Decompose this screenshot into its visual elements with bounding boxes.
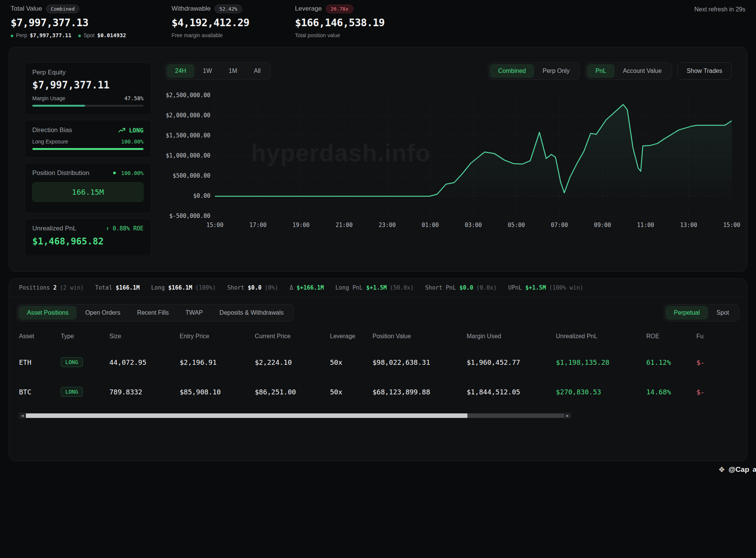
positions-tabs-row: Asset PositionsOpen OrdersRecent FillsTW… [9,297,747,325]
mode-tab-perp-only[interactable]: Perp Only [534,64,578,78]
cell-entry: $2,196.91 [180,358,255,366]
chart-column: 24H1W1MAll CombinedPerp Only PnLAccount … [165,62,732,256]
unrealized-pnl-label: Unrealized PnL [32,225,76,232]
scroll-right-arrow-icon[interactable]: ▶ [564,413,571,419]
refresh-countdown: Next refresh in 29s [694,4,745,13]
chart-y-axis: $2,500,000.00$2,000,000.00$1,500,000.00$… [165,96,215,216]
chart-controls: 24H1W1MAll CombinedPerp Only PnLAccount … [165,62,732,80]
column-header-asset: Asset [19,333,61,340]
tab-deposits-withdrawals[interactable]: Deposits & Withdrawals [211,306,292,320]
top-header: Total Value Combined $7,997,377.13 Perp$… [0,0,756,38]
scrollbar-thumb[interactable] [26,413,467,418]
cell-type: LONG [61,357,109,367]
margin-usage-bar [32,105,144,107]
x-axis-tick: 09:00 [594,222,611,229]
range-tab-24h[interactable]: 24H [167,64,194,78]
y-axis-tick: $1,500,000.00 [166,132,210,139]
withdrawable-block: Withdrawable 52.42% $4,192,412.29 Free m… [172,4,249,38]
cell-current: $2,224.10 [255,358,330,366]
summary-item: Positions2(2 win) [19,284,84,291]
margin-usage-bar-fill [32,105,85,107]
position-row-eth[interactable]: ETHLONG44,072.95$2,196.91$2,224.1050x$98… [19,347,737,377]
cell-leverage: 50x [330,388,372,396]
chart-panel: Perp Equity $7,997,377.11 Margin Usage 4… [9,47,747,272]
leverage-block: Leverage 20.78x $166,146,538.19 Total po… [295,4,385,38]
x-axis-tick: 13:00 [680,222,697,229]
cell-margin_used: $1,960,452.77 [467,358,556,366]
metric-tabs: PnLAccount Value [585,62,672,80]
column-header-fu: Fu [696,333,719,340]
leverage-sub: Total position value [295,32,340,38]
column-header-unrealized-pnl: Unrealized PnL [556,333,646,340]
column-header-current-price: Current Price [255,333,330,340]
x-axis-tick: 21:00 [336,222,353,229]
cell-size: 789.8332 [109,388,180,396]
range-tab-1m[interactable]: 1M [220,64,245,78]
x-axis-tick: 03:00 [465,222,482,229]
equity-cards-column: Perp Equity $7,997,377.11 Margin Usage 4… [24,62,152,256]
positions-table-header: AssetTypeSizeEntry PriceCurrent PriceLev… [19,325,737,347]
scrollbar-track[interactable] [26,413,564,418]
cell-entry: $85,908.10 [180,388,255,396]
summary-item: Short$0.0(0%) [227,284,278,291]
y-axis-tick: $1,000,000.00 [166,152,210,159]
tab-asset-positions[interactable]: Asset Positions [19,306,77,320]
footer-watermark: ❖ @Cap a [0,465,756,474]
metric-tab-account-value[interactable]: Account Value [615,64,670,78]
arrow-up-icon: ↑ [106,225,113,232]
mode-tab-combined[interactable]: Combined [490,64,534,78]
perp-equity-label: Perp Equity [32,69,144,76]
range-tab-1w[interactable]: 1W [194,64,220,78]
market-tab-spot[interactable]: Spot [708,306,737,320]
unrealized-pnl-card: Unrealized PnL ↑ 0.88% ROE $1,468,965.82 [24,218,152,256]
column-header-roe: ROE [646,333,696,340]
summary-item: Long$166.1M(100%) [151,284,216,291]
cell-asset: ETH [19,358,61,366]
market-tab-perpetual[interactable]: Perpetual [666,306,709,320]
scroll-left-arrow-icon[interactable]: ◀ [19,413,26,419]
total-value-block: Total Value Combined $7,997,377.13 Perp$… [11,4,126,38]
long-exposure-bar [32,148,144,150]
x-axis-tick: 07:00 [551,222,568,229]
tab-recent-fills[interactable]: Recent Fills [129,306,177,320]
total-value: $7,997,377.13 [11,17,126,28]
show-trades-button[interactable]: Show Trades [677,62,732,80]
long-exposure-bar-fill [32,148,144,150]
long-exposure-value: 100.00% [121,139,144,145]
tab-twap[interactable]: TWAP [177,306,211,320]
range-tab-all[interactable]: All [246,64,269,78]
market-toggle: PerpetualSpot [664,304,739,322]
cell-current: $86,251.00 [255,388,330,396]
time-range-tabs: 24H1W1MAll [165,62,271,80]
position-distribution-value: 166.15M [32,182,144,202]
x-axis-tick: 01:00 [422,222,439,229]
direction-bias-value: LONG [129,127,144,134]
perp-equity-card: Perp Equity $7,997,377.11 Margin Usage 4… [24,62,152,115]
tab-open-orders[interactable]: Open Orders [77,306,128,320]
summary-item: Short PnL$0.0(0.0x) [425,284,497,291]
margin-usage-value: 47.58% [124,95,144,101]
column-header-size: Size [109,333,180,340]
horizontal-scrollbar[interactable]: ◀ ▶ [19,413,571,419]
cell-margin_used: $1,844,512.05 [467,388,556,396]
metric-tab-pnl[interactable]: PnL [587,64,614,78]
leverage-label: Leverage [295,5,322,13]
perp-dot-icon [11,35,13,37]
cell-funding: $- [696,388,719,396]
pnl-line-chart [215,96,732,216]
chart-x-axis: 15:0017:0019:0021:0023:0001:0003:0005:00… [215,222,732,235]
unrealized-pnl-roe: ↑ 0.88% ROE [106,225,144,232]
x-axis-tick: 11:00 [637,222,654,229]
withdrawable-label: Withdrawable [172,5,211,13]
x-axis-tick: 17:00 [249,222,267,229]
column-header-position-value: Position Value [372,333,467,340]
position-row-btc[interactable]: BTCLONG789.8332$85,908.10$86,251.0050x$6… [19,377,737,407]
position-distribution-pct: 100.00% [113,170,144,176]
x-axis-tick: 15:00 [723,222,740,229]
positions-panel: Positions2(2 win)Total$166.1MLong$166.1M… [9,278,747,461]
spot-dot-icon [78,35,81,37]
long-badge: LONG [61,357,83,367]
withdrawable-value: $4,192,412.29 [172,17,249,28]
mode-tabs: CombinedPerp Only [488,62,580,80]
summary-item: Long PnL$+1.5M(50.0x) [335,284,414,291]
